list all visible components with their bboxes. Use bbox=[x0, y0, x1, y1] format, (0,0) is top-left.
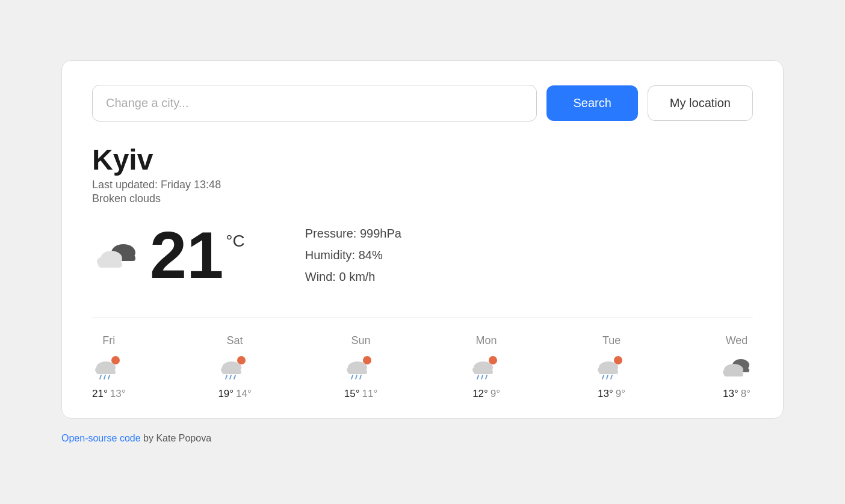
svg-line-26 bbox=[360, 375, 361, 379]
svg-line-25 bbox=[356, 375, 357, 379]
broken-clouds-icon bbox=[720, 353, 753, 382]
weather-description: Broken clouds bbox=[92, 192, 753, 205]
svg-line-39 bbox=[607, 375, 608, 379]
svg-line-10 bbox=[100, 375, 101, 379]
forecast-high: 13° bbox=[598, 388, 613, 399]
forecast-day-label: Tue bbox=[602, 334, 621, 347]
forecast-high: 13° bbox=[723, 388, 738, 399]
forecast-low: 11° bbox=[362, 388, 377, 399]
forecast-day-label: Mon bbox=[476, 334, 497, 347]
rain-sun-icon bbox=[344, 353, 377, 382]
forecast-temps: 12°9° bbox=[472, 388, 500, 400]
forecast-row: Fri 21°13°Sat bbox=[92, 317, 753, 400]
forecast-day: Fri 21°13° bbox=[92, 334, 125, 400]
svg-rect-16 bbox=[222, 370, 241, 374]
svg-rect-37 bbox=[599, 370, 618, 374]
rain-sun-icon bbox=[595, 353, 628, 382]
forecast-day-label: Fri bbox=[102, 334, 115, 347]
forecast-temps: 13°8° bbox=[723, 388, 751, 400]
svg-line-40 bbox=[611, 375, 612, 379]
svg-rect-9 bbox=[96, 370, 116, 374]
svg-line-17 bbox=[226, 375, 227, 379]
svg-line-19 bbox=[234, 375, 235, 379]
last-updated: Last updated: Friday 13:48 bbox=[92, 179, 753, 191]
forecast-high: 19° bbox=[218, 388, 234, 399]
forecast-day: Sat 19°14° bbox=[218, 334, 251, 400]
forecast-day: Tue 13°9° bbox=[595, 334, 628, 400]
svg-line-24 bbox=[351, 375, 353, 379]
forecast-day: Mon 12°9° bbox=[470, 334, 503, 400]
forecast-day: Sun 15°11° bbox=[344, 334, 377, 400]
pressure: Pressure: 999hPa bbox=[305, 223, 401, 244]
broken-clouds-icon bbox=[92, 236, 140, 274]
forecast-day-label: Wed bbox=[726, 334, 748, 347]
open-source-link[interactable]: Open-sourse code bbox=[61, 433, 141, 443]
footer-suffix: by Kate Popova bbox=[141, 433, 211, 443]
rain-sun-icon bbox=[470, 353, 503, 382]
forecast-day-label: Sun bbox=[351, 334, 370, 347]
temperature-value: 21 bbox=[150, 222, 223, 288]
svg-line-32 bbox=[481, 375, 483, 379]
forecast-low: 9° bbox=[491, 388, 500, 399]
humidity: Humidity: 84% bbox=[305, 244, 401, 266]
svg-rect-23 bbox=[348, 370, 367, 374]
forecast-low: 9° bbox=[616, 388, 625, 399]
svg-rect-30 bbox=[474, 370, 493, 374]
svg-rect-46 bbox=[724, 372, 743, 376]
temp-display: 21 °C bbox=[150, 222, 245, 288]
rain-sun-icon bbox=[93, 353, 125, 382]
footer: Open-sourse code by Kate Popova bbox=[61, 433, 784, 444]
svg-line-31 bbox=[477, 375, 478, 379]
my-location-button[interactable]: My location bbox=[648, 85, 753, 121]
forecast-temps: 19°14° bbox=[218, 388, 251, 400]
forecast-high: 15° bbox=[344, 388, 360, 399]
svg-line-12 bbox=[108, 375, 110, 379]
forecast-temps: 21°13° bbox=[92, 388, 125, 400]
temperature-unit: °C bbox=[226, 232, 244, 251]
forecast-low: 13° bbox=[110, 388, 126, 399]
svg-line-18 bbox=[230, 375, 231, 379]
forecast-temps: 13°9° bbox=[598, 388, 625, 400]
forecast-day: Wed 13°8° bbox=[720, 334, 753, 400]
forecast-high: 12° bbox=[472, 388, 488, 399]
svg-line-33 bbox=[486, 375, 487, 379]
search-row: Search My location bbox=[92, 85, 753, 121]
forecast-low: 8° bbox=[741, 388, 751, 399]
wind: Wind: 0 km/h bbox=[305, 266, 401, 287]
search-button[interactable]: Search bbox=[546, 85, 637, 121]
forecast-low: 14° bbox=[236, 388, 252, 399]
svg-rect-5 bbox=[98, 262, 122, 268]
temperature-display: 21 °C bbox=[92, 222, 245, 288]
svg-line-11 bbox=[104, 375, 105, 379]
forecast-high: 21° bbox=[92, 388, 108, 399]
rain-sun-icon bbox=[218, 353, 251, 382]
svg-line-38 bbox=[602, 375, 604, 379]
weather-card: Search My location Kyiv Last updated: Fr… bbox=[61, 60, 784, 419]
forecast-day-label: Sat bbox=[227, 334, 243, 347]
city-name: Kyiv bbox=[92, 143, 753, 176]
current-weather-section: 21 °C Pressure: 999hPa Humidity: 84% Win… bbox=[92, 222, 753, 288]
city-search-input[interactable] bbox=[92, 85, 537, 121]
forecast-temps: 15°11° bbox=[344, 388, 377, 400]
weather-details: Pressure: 999hPa Humidity: 84% Wind: 0 k… bbox=[305, 223, 401, 287]
